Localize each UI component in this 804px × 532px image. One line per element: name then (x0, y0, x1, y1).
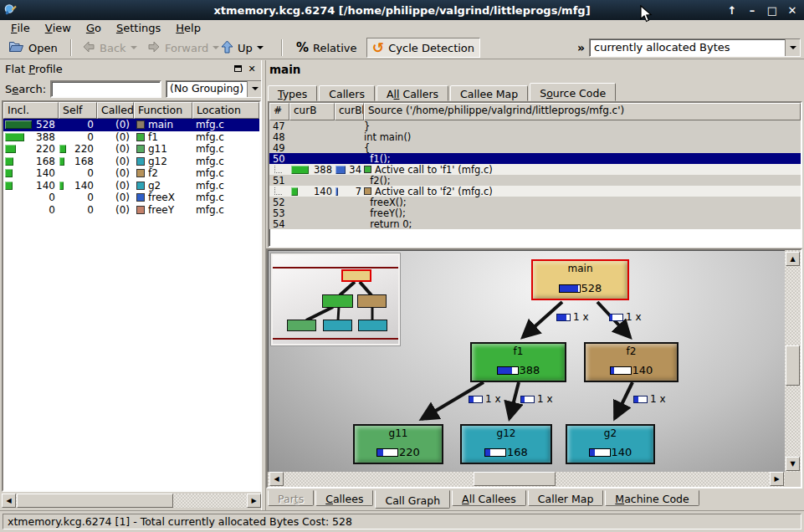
scroll-right-icon[interactable]: ▶ (770, 472, 784, 486)
table-row-g2[interactable]: 140 140 (0) g2 mfg.c (3, 180, 259, 192)
column-location[interactable]: Location (192, 102, 259, 119)
dock-float-button[interactable] (232, 63, 243, 74)
source-line[interactable]: 48int main() (269, 131, 801, 142)
graph-overview-minimap[interactable] (271, 253, 400, 345)
close-button[interactable]: ✕ (786, 4, 799, 17)
function-color-chip (136, 169, 145, 177)
tab-callee-map[interactable]: Callee Map (450, 85, 528, 101)
flat-profile-table: Incl. Self Called Function Location 528 … (2, 100, 261, 492)
source-call-annotation[interactable]: 140 7 Active call to 'f2' (mfg.c) (269, 186, 801, 197)
tab-call-graph[interactable]: Call Graph (375, 490, 450, 509)
menu-view[interactable]: View (38, 20, 79, 36)
table-row-main[interactable]: 528 0 (0) main mfg.c (3, 119, 259, 131)
graph-node-g11[interactable]: g11 220 (353, 424, 443, 464)
column-line-number[interactable]: # (269, 103, 289, 120)
toolbar: Open Back Forward Up % Relative ↺ Cycle … (0, 36, 804, 59)
table-row-g12[interactable]: 168 168 (0) g12 mfg.c (3, 156, 259, 168)
maximize-button[interactable]: □ (766, 4, 779, 17)
relative-toggle-button[interactable]: % Relative (291, 38, 361, 58)
source-header: # curB curBk Source ('/home/philippe/val… (269, 103, 801, 120)
source-line[interactable]: 47} (269, 120, 801, 131)
tree-branch-icon (274, 187, 282, 195)
scroll-left-icon[interactable]: ◀ (2, 494, 16, 508)
tab-caller-map[interactable]: Caller Map (528, 490, 604, 506)
source-call-annotation[interactable]: 388 34 Active call to 'f1' (mfg.c) (269, 164, 801, 175)
function-color-chip (136, 206, 145, 214)
scrollbar-thumb[interactable] (17, 494, 173, 508)
minimize-button[interactable]: – (745, 4, 759, 17)
tab-source-code[interactable]: Source Code (530, 83, 616, 101)
tab-machine-code[interactable]: Machine Code (605, 490, 699, 506)
cycle-detection-button[interactable]: ↺ Cycle Detection (366, 38, 480, 58)
back-button[interactable]: Back (77, 38, 142, 58)
function-color-chip (136, 193, 145, 202)
grouping-value: (No Grouping) (166, 81, 247, 97)
call-graph-view[interactable]: main 528 f1 388 f2 140 g11 220 g12 168 g… (266, 248, 802, 489)
scroll-down-icon[interactable]: ▼ (786, 457, 800, 471)
forward-button[interactable]: Forward (142, 38, 224, 58)
back-dropdown-icon[interactable] (131, 46, 137, 53)
grouping-combobox[interactable]: (No Grouping) (166, 80, 263, 98)
column-incl[interactable]: Incl. (3, 102, 59, 119)
menu-file[interactable]: File (3, 20, 38, 36)
column-source[interactable]: Source ('/home/philippe/valgrind/littlep… (364, 103, 801, 120)
table-body: 528 0 (0) main mfg.c 388 0 (0) f1 mfg.c … (3, 119, 259, 490)
scrollbar-thumb[interactable] (786, 345, 800, 386)
titlebar[interactable]: xtmemory.kcg.6274 [/home/philippe/valgri… (0, 0, 804, 20)
tab-callees[interactable]: Callees (315, 490, 373, 506)
table-row-f1[interactable]: 388 0 (0) f1 mfg.c (3, 131, 259, 144)
graph-node-f2[interactable]: f2 140 (584, 342, 679, 382)
up-dropdown-icon[interactable] (257, 46, 264, 53)
table-row-f2[interactable]: 140 0 (0) f2 mfg.c (3, 167, 259, 180)
column-curb[interactable]: curB (289, 103, 335, 120)
combobox-arrow-icon[interactable] (247, 81, 262, 97)
event-type-value: currently allocated Bytes (590, 39, 785, 56)
tab-callers[interactable]: Callers (319, 85, 375, 101)
graph-node-g2[interactable]: g2 140 (566, 424, 655, 464)
source-line[interactable]: 52 freeX(); (269, 197, 801, 207)
bottom-tabbar: Parts Callees Call Graph All Callees Cal… (268, 490, 701, 509)
up-button[interactable]: Up (216, 38, 269, 58)
open-button[interactable]: Open (3, 38, 63, 58)
percent-icon: % (296, 40, 309, 55)
statusbar: xtmemory.kcg.6274 [1] - Total currently … (0, 510, 804, 532)
column-curbk[interactable]: curBk (335, 103, 364, 120)
scrollbar-thumb[interactable] (474, 472, 556, 486)
source-line[interactable]: 51 f2(); (269, 175, 801, 186)
column-function[interactable]: Function (134, 102, 192, 119)
graph-vscrollbar[interactable]: ▲ ▼ (785, 250, 801, 472)
event-type-combobox[interactable]: currently allocated Bytes (589, 38, 801, 57)
flat-profile-hscrollbar[interactable]: ◀ ▶ (2, 494, 261, 508)
combobox-arrow-icon[interactable] (785, 39, 800, 56)
graph-node-main[interactable]: main 528 (531, 259, 629, 300)
scroll-right-icon[interactable]: ▶ (247, 494, 261, 508)
scroll-left-icon[interactable]: ◀ (269, 472, 284, 486)
scroll-up-icon[interactable]: ▲ (786, 252, 800, 266)
source-line-selected[interactable]: 50 f1(); (269, 153, 801, 164)
menu-settings[interactable]: Settings (109, 20, 168, 36)
shade-button[interactable]: ↑ (725, 4, 739, 17)
tab-all-callers[interactable]: All Callers (376, 85, 448, 101)
current-function-title: main (269, 63, 300, 76)
function-color-chip (136, 157, 145, 166)
source-line[interactable]: 54 return 0; (269, 218, 801, 229)
menu-help[interactable]: Help (168, 20, 208, 36)
tab-types[interactable]: Types (268, 85, 317, 101)
table-row-freeY[interactable]: 0 0 (0) freeY mfg.c (3, 204, 259, 217)
mouse-cursor (640, 5, 653, 25)
flat-profile-dock-header[interactable]: Flat Profile ✕ (2, 60, 261, 77)
table-row-g11[interactable]: 220 220 (0) g11 mfg.c (3, 143, 259, 156)
menu-go[interactable]: Go (79, 20, 109, 36)
column-called[interactable]: Called (97, 102, 134, 119)
graph-node-f1[interactable]: f1 388 (470, 342, 566, 382)
source-line[interactable]: 53 freeY(); (269, 207, 801, 218)
dock-close-button[interactable]: ✕ (246, 63, 258, 74)
search-input[interactable] (50, 80, 161, 98)
column-self[interactable]: Self (59, 102, 97, 119)
toolbar-overflow-icon[interactable]: » (577, 41, 585, 54)
graph-node-g12[interactable]: g12 168 (460, 424, 552, 464)
source-line[interactable]: 49{ (269, 142, 801, 153)
graph-hscrollbar[interactable]: ◀ ▶ (268, 472, 785, 487)
table-row-freeX[interactable]: 0 0 (0) freeX mfg.c (3, 192, 259, 204)
tab-all-callees[interactable]: All Callees (452, 490, 526, 506)
